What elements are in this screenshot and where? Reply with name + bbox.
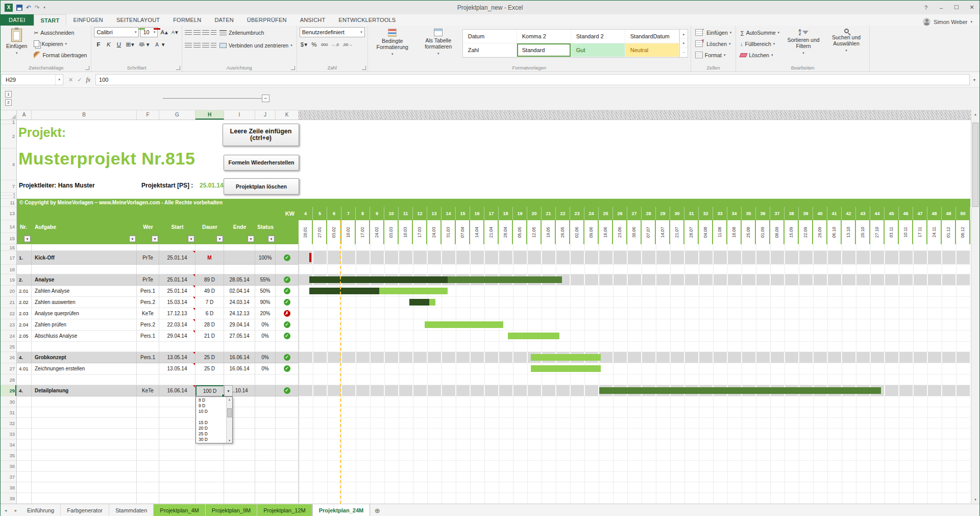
cell-K20[interactable]: ✓ <box>276 286 299 297</box>
scrollbar-track[interactable] <box>971 119 979 495</box>
format-cells-button[interactable]: Format▾ <box>694 50 733 60</box>
number-format-select[interactable]: Benutzerdefiniert▾ <box>300 27 365 37</box>
cell-F33[interactable] <box>137 429 159 439</box>
filter-button-I[interactable]: ▾ <box>248 236 254 242</box>
cell-style-Neutral[interactable]: Neutral <box>625 43 679 57</box>
outline-level-2-button[interactable]: 2 <box>5 99 12 106</box>
undo-button[interactable]: ↶ <box>26 4 31 12</box>
insert-cells-button[interactable]: ✓Einfügen▾ <box>694 27 733 38</box>
scroll-thumb[interactable] <box>227 408 232 417</box>
cell-F35[interactable] <box>137 450 159 461</box>
align-right-icon[interactable] <box>202 43 209 48</box>
customize-qat-button[interactable]: ▾ <box>43 6 45 10</box>
cell-I27[interactable]: 16.06.14 <box>224 363 255 374</box>
cell-F32[interactable] <box>137 418 159 429</box>
cell-K33[interactable] <box>276 429 299 439</box>
cell-A23[interactable]: 2.04 <box>17 319 32 331</box>
cell-K39[interactable] <box>276 493 299 504</box>
row-header-29[interactable]: 29 <box>1 385 16 396</box>
borders-button[interactable]: ⊞▾ <box>125 39 135 50</box>
format-painter-button[interactable]: Format übertragen <box>32 50 88 60</box>
cell-K17[interactable]: ✓ <box>276 251 299 265</box>
cell-B19[interactable]: Analyse <box>32 274 137 286</box>
ribbon-tab-start[interactable]: START <box>34 14 67 26</box>
cell-F27[interactable] <box>137 363 159 374</box>
ribbon-tab-überprüfen[interactable]: ÜBERPRÜFEN <box>240 14 293 26</box>
cell-J30[interactable] <box>255 396 276 407</box>
cell-J29[interactable] <box>255 385 276 396</box>
cell-style-Standard 2[interactable]: Standard 2 <box>571 30 625 43</box>
cell-G26[interactable]: 13.05.14 <box>159 352 195 363</box>
cell-I16[interactable] <box>224 244 255 251</box>
cell-A28[interactable] <box>17 374 32 385</box>
cancel-entry-icon[interactable]: ✕ <box>68 77 73 83</box>
scroll-up-icon[interactable]: ▴ <box>229 397 230 402</box>
cell-B25[interactable] <box>32 342 137 352</box>
cell-K18[interactable] <box>276 265 299 274</box>
cell-B29[interactable]: Detailplanung <box>32 385 137 396</box>
cell-B16[interactable] <box>32 244 137 251</box>
cell-J35[interactable] <box>255 450 276 461</box>
cell-I25[interactable] <box>224 342 255 352</box>
font-family-select[interactable]: Calibri▾ <box>94 27 139 37</box>
cell-K26[interactable]: ✓ <box>276 352 299 363</box>
find-select-button[interactable]: Suchen und Auswählen ▾ <box>826 27 867 55</box>
cell-B18[interactable] <box>32 265 137 274</box>
cell-J31[interactable] <box>255 407 276 418</box>
cell-A27[interactable]: 4.01 <box>17 363 32 374</box>
cell-J16[interactable] <box>255 244 276 251</box>
select-all-corner[interactable] <box>1 110 17 120</box>
cell-H16[interactable] <box>195 244 224 251</box>
scroll-up-icon[interactable]: ▴ <box>974 110 976 119</box>
cell-B24[interactable]: Abschluss Analyse <box>32 331 137 342</box>
italic-button[interactable]: K <box>104 39 113 50</box>
column-header-F[interactable]: F <box>137 110 159 120</box>
cell-G39[interactable] <box>159 493 195 504</box>
cell-G31[interactable] <box>159 407 195 418</box>
cell-G19[interactable]: 25.01.14 <box>159 274 195 286</box>
cell-H25[interactable] <box>195 342 224 352</box>
column-header-G[interactable]: G <box>159 110 195 120</box>
sort-filter-button[interactable]: AZ Sortieren und Filtern ▾ <box>783 27 823 58</box>
dropdown-option-7[interactable]: 30 D <box>196 437 226 442</box>
row-header-18[interactable]: 18 <box>1 265 16 274</box>
column-header-I[interactable]: I <box>224 110 255 120</box>
cell-style-Zahl[interactable]: Zahl <box>463 43 517 57</box>
cell-A30[interactable] <box>17 396 32 407</box>
paste-button[interactable]: Einfügen ▾ <box>4 27 30 58</box>
decrease-decimal-button[interactable]: ,00→ <box>341 39 353 50</box>
thousands-separator-button[interactable]: 000 <box>320 39 329 50</box>
filter-button-A[interactable]: ▾ <box>24 236 31 242</box>
row-header-24[interactable]: 24 <box>1 331 16 342</box>
ribbon-tab-einfügen[interactable]: EINFÜGEN <box>66 14 109 26</box>
sheet-tab-Projektplan_4M[interactable]: Projektplan_4M <box>154 504 205 516</box>
cell-K25[interactable] <box>276 342 299 352</box>
align-middle-icon[interactable] <box>193 30 201 35</box>
cell-B23[interactable]: Zahlen prüfen <box>32 319 137 331</box>
cell-H24[interactable]: 21 D <box>195 331 224 342</box>
help-button[interactable]: ? <box>918 1 934 14</box>
cell-style-Gut[interactable]: Gut <box>571 43 625 57</box>
ribbon-tab-formeln[interactable]: FORMELN <box>166 14 208 26</box>
row-header-19[interactable]: 19 <box>1 274 16 286</box>
cell-H36[interactable] <box>195 461 224 472</box>
cell-A33[interactable] <box>17 429 32 439</box>
row-header-4[interactable]: 4 <box>1 149 16 180</box>
cell-I18[interactable] <box>224 265 255 274</box>
increase-font-button[interactable]: A▴ <box>159 27 168 37</box>
gallery-up-icon[interactable]: ▴ <box>680 30 688 39</box>
cell-H37[interactable] <box>195 472 224 482</box>
row-header-30[interactable]: 30 <box>1 396 16 407</box>
cell-H27[interactable]: 25 D <box>195 363 224 374</box>
tab-scroll-left-icon[interactable]: ◂ <box>1 504 11 516</box>
cell-I36[interactable] <box>224 461 255 472</box>
cell-I28[interactable] <box>224 374 255 385</box>
cell-F39[interactable] <box>137 493 159 504</box>
column-header-J[interactable]: J <box>255 110 276 120</box>
cell-F38[interactable] <box>137 482 159 493</box>
cell-F16[interactable] <box>137 244 159 251</box>
cell-K21[interactable]: ✓ <box>276 297 299 308</box>
cell-A39[interactable] <box>17 493 32 504</box>
delete-cells-button[interactable]: ✗Löschen▾ <box>694 38 733 49</box>
cell-H22[interactable]: 6 D <box>195 308 224 319</box>
